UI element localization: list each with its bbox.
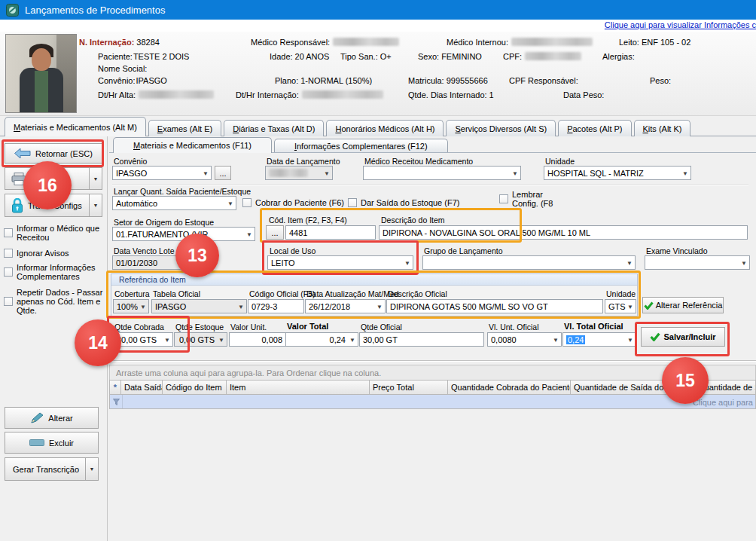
arrow-left-icon [14,148,31,158]
column-header-item[interactable]: Item [227,380,370,395]
tab-pacotes[interactable]: Pacotes (Alt P) [558,120,631,136]
check-icon [650,332,660,341]
excluir-button[interactable]: Excluir [5,432,99,454]
field-nome-social: Nome Social: [98,64,147,73]
column-header-preco-total[interactable]: Preço Total [370,380,448,395]
gerar-transcricao-button[interactable]: Gerar Transcrição ▼ [5,457,99,481]
valor-total-combo[interactable]: 0,24▼ [285,332,358,347]
travar-dropdown[interactable]: ▼ [89,194,102,216]
gerar-transcricao-dropdown[interactable]: ▼ [85,458,98,480]
grupo-lancamento-combo[interactable]: ▼ [422,255,636,270]
retornar-button[interactable]: Retornar (ESC) [5,143,102,164]
field-convenio-paciente: Convênio:IPASGO [98,76,167,85]
tab-informacoes-f12[interactable]: Informações Complementares (F12) [274,139,448,153]
data-vencto-input[interactable]: 01/01/2030 [112,255,197,270]
tab-servicos-diversos[interactable]: Serviços Diversos (Alt S) [446,120,556,136]
data-lancamento-label: Data de Lançamento [267,157,340,166]
column-header-qtd-sa[interactable]: Quantidade de Sa [695,380,756,395]
redacted-value [139,90,214,99]
browse-item-button[interactable]: ... [266,225,284,240]
checkbox-repetir-dados[interactable]: Repetir Dados - Passar apenas no Cód. It… [4,288,103,315]
imprimir-button[interactable]: Imprimir ▼ [5,167,102,190]
local-uso-combo[interactable]: LEITO▼ [267,255,413,270]
info-link[interactable]: Clique aqui para visualizar Informações … [605,20,756,29]
window-title: Lançamentos de Procedimentos [25,5,165,16]
divider [109,360,756,362]
grid-filter-row[interactable] [109,395,756,409]
lancar-quant-combo[interactable]: Automático▼ [112,196,236,210]
salvar-incluir-button[interactable]: Salvar/Incluir [641,327,725,347]
data-atualizacao-combo[interactable]: 26/12/2018▼ [305,299,386,313]
checkbox-box [4,297,13,306]
data-vencto-label: Data Vencto Lote (F [114,246,184,255]
checkbox-lembrar-config[interactable]: LembrarConfig. (F8 [499,190,569,208]
redacted-value [525,52,581,60]
convenio-combo[interactable]: IPASGO▼ [112,166,212,180]
valor-unit-input[interactable]: 0,008 [229,332,286,347]
redacted-value [302,90,383,99]
lancar-quant-label: Lançar Quant. Saída Paciente/Estoque [114,187,251,196]
alterar-button[interactable]: Alterar [5,407,99,429]
valor-total-label: Valor Total [287,322,328,331]
app-window: Lançamentos de Procedimentos Clique aqui… [0,0,756,541]
vl-total-oficial-combo[interactable]: 0,24▼ [562,332,636,347]
descricao-oficial-label: Descrição Oficial [388,289,447,298]
checkbox-informar-medico[interactable]: Informar o Médico que Receitou [4,224,103,242]
alterar-referencia-button[interactable]: Alterar Referência [642,297,724,313]
tab-materiais-medicamentos[interactable]: Materiais e Medicamentos (Alt M) [5,117,146,136]
cod-item-input[interactable]: 4481 [285,225,376,240]
field-dthr-alta: Dt/Hr Alta: [98,90,214,99]
exame-vinculado-label: Exame Vinculado [646,246,708,255]
grid-header-row: * Data Saída Código do Item Item Preço T… [109,380,756,395]
inner-tab-strip: Materiais e Medicamentos (F11) Informaçõ… [113,138,448,153]
codigo-oficial-input[interactable]: 0729-3 [248,299,304,313]
checkbox-box [499,194,508,203]
unidade-combo[interactable]: HOSPITAL SQL - MATRIZ▼ [544,166,691,180]
lock-icon [11,198,23,213]
app-icon [6,4,19,17]
checkbox-cobrar-paciente[interactable]: Cobrar do Paciente (F6) [242,198,344,207]
setor-origem-combo[interactable]: 01.FATURAMENTO (VIR▼ [112,227,255,241]
tab-kits[interactable]: Kits (Alt K) [634,120,691,136]
checkbox-box [4,267,13,277]
checkbox-box [4,228,13,237]
patient-photo [5,34,77,113]
tab-exames[interactable]: Exames (Alt E) [148,120,221,136]
checkbox-ignorar-avisos[interactable]: Ignorar Avisos [4,249,103,258]
checkbox-informar-informacoes[interactable]: Informar Informações Complementares [4,263,103,281]
column-header-data-saida[interactable]: Data Saída [121,380,163,395]
descricao-oficial-input[interactable]: DIPIRONA GOTAS 500 MG/ML SO VO GT [386,299,603,313]
travar-configs-button[interactable]: Travar Configs ▼ [5,194,102,217]
field-plano: Plano:1-NORMAL (150%) [275,76,372,85]
tab-honorarios-medicos[interactable]: Honorários Médicos (Alt H) [326,120,444,136]
qtde-estoque-combo[interactable]: 0,00 GTS▼ [174,332,227,347]
imprimir-dropdown[interactable]: ▼ [89,168,102,189]
minus-icon [29,439,44,446]
descricao-item-input[interactable]: DIPIRONA - NOVALGINA SOL ORAL 500 MG/ML … [379,225,748,240]
check-icon [644,301,654,310]
redacted-value [269,169,308,177]
column-header-codigo-item[interactable]: Código do Item [163,380,227,395]
tab-diarias-taxas[interactable]: Diárias e Taxas (Alt D) [224,120,324,136]
tab-materiais-f11[interactable]: Materiais e Medicamentos (F11) [113,137,272,153]
unidade-ref-combo[interactable]: GTS▼ [605,299,636,313]
qtde-estoque-label: Qtde Estoque [175,322,224,332]
sidebar-divider [107,136,108,541]
vl-unt-oficial-combo[interactable]: 0,0080▼ [487,332,562,347]
data-lancamento-combo[interactable]: ▼ [265,166,333,180]
qtde-cobrada-combo[interactable]: 30,00 GTS▼ [113,332,173,347]
exame-vinculado-combo[interactable]: ▼ [645,255,750,270]
qtde-oficial-input[interactable]: 30,00 GT [359,332,484,347]
tabela-oficial-combo[interactable]: IPASGO▼ [151,299,247,313]
cobertura-combo[interactable]: 100%▼ [113,299,149,313]
local-uso-label: Local de Uso [270,246,316,255]
browse-convenio-button[interactable]: ... [215,166,231,180]
unidade-label: Unidade [545,157,575,166]
checkbox-dar-saida[interactable]: Dar Saída do Estoque (F7) [348,198,459,207]
column-header-qtd-cobrada[interactable]: Quantidade Cobrada do Paciente [448,380,571,395]
medico-receitou-combo[interactable]: ▼ [363,166,521,180]
vl-total-oficial-label: Vl. Total Oficial [564,322,623,331]
column-header-qtd-saida-estoque[interactable]: Quantidade de Saída do Estoque [571,380,695,395]
setor-origem-label: Setor de Origem do Estoque [114,218,214,227]
vl-unt-oficial-label: Vl. Unt. Oficial [489,322,539,332]
